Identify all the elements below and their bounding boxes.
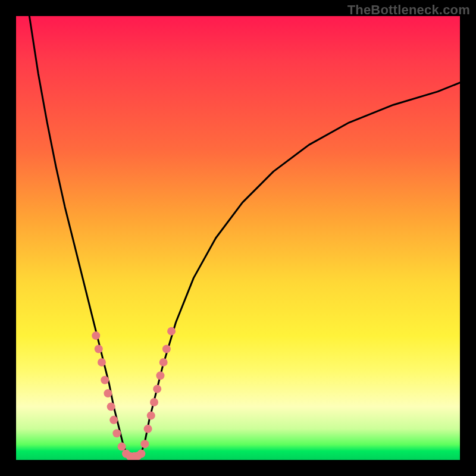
outer-frame: TheBottleneck.com	[0, 0, 476, 476]
overlay-dot	[98, 358, 106, 367]
overlay-dot	[140, 440, 149, 448]
overlay-dot	[118, 443, 126, 451]
overlay-dot	[147, 411, 155, 419]
overlay-dot	[167, 327, 176, 336]
overlay-dot	[162, 345, 171, 353]
overlay-dot	[107, 402, 115, 411]
overlay-dot	[92, 331, 100, 340]
overlay-dot	[144, 425, 152, 433]
overlay-dot	[137, 450, 145, 458]
overlay-dot	[150, 398, 158, 406]
curve-layer	[29, 16, 460, 458]
dots-layer	[92, 327, 176, 460]
overlay-dot	[159, 358, 168, 367]
series-right-branch	[140, 83, 460, 456]
overlay-dot	[156, 371, 164, 380]
overlay-dot	[153, 385, 161, 393]
watermark-text: TheBottleneck.com	[347, 2, 470, 18]
series-left-branch	[29, 16, 127, 456]
chart-svg	[16, 16, 460, 460]
overlay-dot	[112, 429, 121, 437]
overlay-dot	[95, 345, 103, 353]
overlay-dot	[104, 389, 112, 397]
overlay-dot	[101, 376, 109, 384]
overlay-dot	[109, 416, 118, 424]
